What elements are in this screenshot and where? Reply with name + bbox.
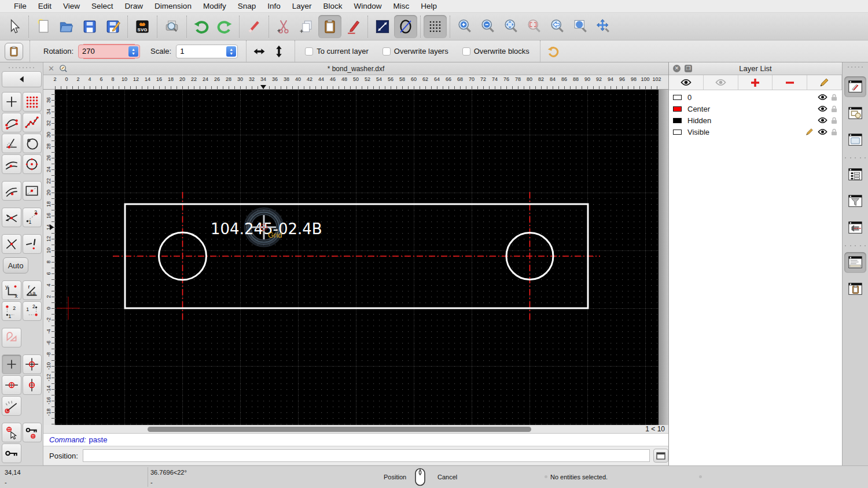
menu-block[interactable]: Block: [318, 0, 348, 13]
snap-on-circle-button[interactable]: [23, 134, 42, 153]
checkbox-box[interactable]: [462, 47, 470, 56]
dock-selection-filter-button[interactable]: [844, 191, 866, 212]
snap-grid-button[interactable]: [23, 92, 42, 112]
draw-pen-button[interactable]: [341, 15, 365, 38]
checkbox-box[interactable]: [305, 47, 313, 56]
reset-rotation-button[interactable]: [543, 43, 563, 60]
checkbox-box[interactable]: [382, 47, 391, 56]
active-paste-tool-button[interactable]: [5, 43, 23, 60]
snap-reference-button[interactable]: [23, 181, 42, 201]
menu-snap[interactable]: Snap: [232, 0, 262, 13]
checkbox-overwrite-layers[interactable]: Overwrite layers: [382, 47, 448, 56]
snap-perpendicular-button[interactable]: [2, 134, 21, 153]
layer-visibility-eye-icon[interactable]: [818, 128, 827, 135]
zoom-out-button[interactable]: [476, 15, 499, 38]
menu-info[interactable]: Info: [262, 0, 286, 13]
scale-stepper[interactable]: ▲▼: [226, 46, 236, 57]
add-layer-button[interactable]: [738, 75, 773, 90]
layer-row-center[interactable]: Center: [669, 103, 842, 114]
dock-library-browser-button[interactable]: [844, 130, 866, 150]
command-widget-dock-button[interactable]: [653, 449, 668, 463]
restrict-nothing-info-button[interactable]: [23, 234, 42, 254]
zoom-in-button[interactable]: [453, 15, 476, 38]
checkbox-overwrite-blocks[interactable]: Overwrite blocks: [462, 47, 529, 56]
dock-dimension-tools-button[interactable]: [844, 217, 866, 238]
show-all-layers-button[interactable]: [669, 75, 704, 90]
save-as-button[interactable]: [101, 15, 124, 38]
dock-command-line-button[interactable]: [844, 252, 866, 273]
snap-middle-button[interactable]: [2, 154, 21, 174]
rotation-stepper[interactable]: ▲▼: [128, 46, 138, 57]
angle-snap-button[interactable]: [2, 396, 21, 416]
coordinate-polar-button[interactable]: ra: [23, 280, 42, 300]
copy-button[interactable]: [295, 15, 318, 38]
export-svg-button[interactable]: SVG: [131, 15, 154, 38]
snap-distance-button[interactable]: 12: [23, 208, 42, 227]
snap-auto-button[interactable]: Auto: [3, 257, 28, 273]
restrict-vertical-button[interactable]: [23, 375, 42, 395]
menu-dimension[interactable]: Dimension: [149, 0, 197, 13]
zoom-window-button[interactable]: [523, 15, 546, 38]
scrollbar-thumb[interactable]: [148, 427, 531, 432]
delete-entities-button[interactable]: [242, 15, 266, 38]
flip-horizontal-button[interactable]: [249, 43, 269, 60]
snap-tangent-button[interactable]: [2, 181, 21, 201]
redo-button[interactable]: [213, 15, 236, 38]
layer-row-visible[interactable]: Visible: [669, 126, 842, 138]
grid-toggle-button[interactable]: [424, 15, 447, 38]
remove-layer-button[interactable]: [773, 75, 807, 90]
layer-visibility-eye-icon[interactable]: [818, 117, 827, 124]
scale-input[interactable]: [176, 45, 225, 58]
menu-layer[interactable]: Layer: [286, 0, 318, 13]
drawing-canvas[interactable]: 104.245-02.4B Grid: [55, 90, 659, 425]
restrict-logo-button[interactable]: [2, 328, 21, 347]
coordinate-cartesian-button[interactable]: yx: [2, 280, 21, 300]
menu-misc[interactable]: Misc: [388, 0, 415, 13]
relative-corner1-button[interactable]: 12: [2, 301, 21, 321]
layer-row-hidden[interactable]: Hidden: [669, 114, 842, 126]
command-line[interactable]: Command: paste: [43, 434, 668, 446]
save-button[interactable]: [78, 15, 101, 38]
layer-lock-icon[interactable]: [831, 128, 837, 136]
menu-file[interactable]: File: [8, 0, 32, 13]
flip-vertical-button[interactable]: [269, 43, 289, 60]
layer-lock-icon[interactable]: [831, 105, 837, 113]
menu-window[interactable]: Window: [348, 0, 388, 13]
undo-button[interactable]: [190, 15, 213, 38]
lock-relative-zero-button[interactable]: [23, 423, 42, 442]
select-arrow-button[interactable]: [2, 15, 25, 38]
snap-intersection-button[interactable]: [2, 208, 21, 227]
hide-all-layers-button[interactable]: [704, 75, 738, 90]
layer-color-swatch[interactable]: [673, 118, 682, 123]
zoom-previous-button[interactable]: [546, 15, 569, 38]
menu-view[interactable]: View: [57, 0, 86, 13]
dock-layer-list-button[interactable]: [844, 76, 866, 97]
zoom-view-button[interactable]: [569, 15, 592, 38]
layer-row-0[interactable]: 0: [669, 91, 842, 103]
set-relative-zero-button[interactable]: [2, 423, 21, 442]
back-button[interactable]: [2, 71, 42, 87]
menu-modify[interactable]: Modify: [197, 0, 232, 13]
position-input[interactable]: [83, 449, 650, 462]
print-preview-button[interactable]: [160, 15, 183, 38]
restrict-nothing-button[interactable]: [2, 354, 21, 374]
layer-color-swatch[interactable]: [673, 95, 682, 100]
zoom-auto-button[interactable]: [499, 15, 523, 38]
snap-center-button[interactable]: [23, 154, 42, 174]
snap-endpoints-button[interactable]: [2, 113, 21, 132]
dock-clipboard-button[interactable]: [844, 279, 866, 300]
menu-select[interactable]: Select: [86, 0, 119, 13]
cut-button[interactable]: [272, 15, 295, 38]
layer-visibility-eye-icon[interactable]: [818, 105, 827, 112]
layer-color-swatch[interactable]: [673, 130, 682, 135]
panel-splitter[interactable]: [659, 90, 668, 425]
snap-intersection-manual-button[interactable]: [2, 234, 21, 254]
layer-visibility-eye-icon[interactable]: [818, 94, 827, 101]
line-tool-button[interactable]: [371, 15, 394, 38]
menu-draw[interactable]: Draw: [119, 0, 149, 13]
lock-layer-key-button[interactable]: [2, 443, 21, 463]
checkbox-to-current-layer[interactable]: To current layer: [305, 47, 369, 56]
layer-lock-icon[interactable]: [831, 117, 837, 124]
restrict-horizontal-button[interactable]: [2, 375, 21, 395]
snap-on-entity-button[interactable]: [23, 113, 42, 132]
